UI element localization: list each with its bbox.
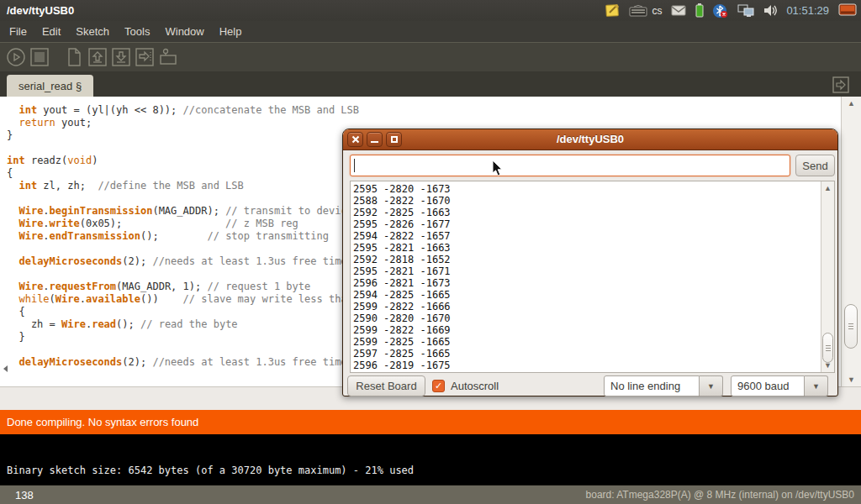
network-icon[interactable] <box>737 4 754 18</box>
serial-input[interactable] <box>350 155 790 176</box>
compile-status-message: Done compiling. No syntax errors found <box>7 416 198 428</box>
battery-icon[interactable] <box>695 3 704 18</box>
scroll-up-icon[interactable]: ▲ <box>842 99 861 108</box>
autoscroll-checkbox[interactable]: ✓ <box>432 380 445 392</box>
serial-output-line: 2596 -2819 -1675 <box>353 360 451 371</box>
mouse-cursor <box>492 160 505 178</box>
baud-rate-select[interactable]: 9600 baud <box>731 375 805 396</box>
send-button[interactable]: Send <box>795 155 835 176</box>
serial-output-line: 2599 -2822 -1666 <box>353 301 451 312</box>
bluetooth-icon[interactable] <box>713 3 728 18</box>
code-line: { <box>7 306 359 318</box>
board-info: board: ATmega328P(A) @ 8 MHz (internal) … <box>586 489 854 501</box>
open-icon[interactable] <box>87 47 108 67</box>
note-icon[interactable] <box>605 3 620 18</box>
serial-output-line: 2599 -2822 -1669 <box>353 324 451 336</box>
ide-toolbar <box>0 42 861 71</box>
stop-icon[interactable] <box>29 47 50 67</box>
serial-output-panel[interactable]: 2595 -2820 -16732588 -2822 -16702592 -28… <box>350 181 835 373</box>
code-line <box>7 268 359 281</box>
reset-board-button[interactable]: Reset Board <box>347 375 425 396</box>
code-line: zh = Wire.read(); // read the byte <box>7 318 359 331</box>
code-line: Wire.requestFrom(MAG_ADDR, 1); // reques… <box>7 281 359 293</box>
serial-output-line: 2599 -2825 -1665 <box>353 336 451 348</box>
scroll-down-icon[interactable]: ▼ <box>842 375 861 384</box>
save-icon[interactable] <box>111 47 131 67</box>
menu-item-file[interactable]: File <box>2 22 34 41</box>
serial-output-line: 2597 -2825 -1665 <box>353 348 451 360</box>
menu-bar: FileEditSketchToolsWindowHelp <box>0 21 861 42</box>
code-line <box>7 192 359 205</box>
code-line: int yout = (yl|(yh << 8)); //concatenate… <box>7 104 359 117</box>
serial-monitor-icon[interactable] <box>158 47 178 67</box>
code-line: { <box>7 167 359 180</box>
system-tray: cs 01:5 <box>605 0 861 21</box>
code-line <box>7 243 359 255</box>
serial-monitor-titlebar[interactable]: /dev/ttyUSB0 <box>343 129 837 150</box>
menu-item-sketch[interactable]: Sketch <box>68 22 117 41</box>
code-line: delayMicroseconds(2); //needs at least 1… <box>7 356 359 369</box>
code-line: delayMicroseconds(2); //needs at least 1… <box>7 255 359 268</box>
serial-vscrollbar[interactable]: ▲ ▼ <box>821 181 834 372</box>
compile-status-bar: Done compiling. No syntax errors found <box>0 410 861 434</box>
tab-serial-read[interactable]: serial_read § <box>7 75 93 97</box>
serial-output-line: 2592 -2818 -1652 <box>353 254 451 265</box>
keyboard-layout-label[interactable]: cs <box>652 5 662 17</box>
build-console: Binary sketch size: 6542 bytes (of a 307… <box>0 434 861 485</box>
code-line: Wire.beginTransmission(MAG_ADDR); // tra… <box>7 205 359 218</box>
serial-output[interactable]: 2595 -2820 -16732588 -2822 -16702592 -28… <box>353 183 451 371</box>
editor-scroll-thumb[interactable] <box>844 304 858 349</box>
volume-icon[interactable] <box>763 4 777 17</box>
editor-vscrollbar[interactable]: ▲ ▼ <box>841 97 861 386</box>
clock[interactable]: 01:51:29 <box>786 4 829 17</box>
menu-item-window[interactable]: Window <box>157 22 211 41</box>
tab-bar: serial_read § <box>0 71 861 97</box>
new-tab-icon[interactable] <box>832 76 849 97</box>
code-line <box>7 142 359 155</box>
tab-label: serial_read § <box>18 80 82 92</box>
baud-dropdown-icon[interactable]: ▼ <box>805 375 828 396</box>
check-icon: ✓ <box>435 381 442 391</box>
code-line: Wire.endTransmission(); // stop transmit… <box>7 230 359 243</box>
baud-rate-value: 9600 baud <box>737 380 789 392</box>
serial-output-line: 2590 -2820 -1670 <box>353 312 451 324</box>
autoscroll-label: Autoscroll <box>451 380 499 392</box>
session-icon[interactable] <box>838 3 857 18</box>
console-output: Binary sketch size: 6542 bytes (of a 307… <box>7 465 414 476</box>
serial-monitor-window: /dev/ttyUSB0 Send 2595 -2820 -16732588 -… <box>342 129 838 396</box>
active-window-title: /dev/ttyUSB0 <box>0 4 74 17</box>
code-line: while(Wire.available()) // slave may wri… <box>7 293 359 306</box>
verify-icon[interactable] <box>6 47 26 67</box>
line-number-indicator: 138 <box>0 489 34 501</box>
mail-icon[interactable] <box>671 5 686 16</box>
new-sketch-icon[interactable] <box>64 47 84 67</box>
line-ending-select[interactable]: No line ending <box>604 375 700 396</box>
serial-output-line: 2592 -2825 -1663 <box>353 207 451 218</box>
serial-output-line: 2595 -2821 -1663 <box>353 242 451 254</box>
scroll-up-icon[interactable]: ▲ <box>821 184 834 192</box>
code-line: int readz(void) <box>7 155 359 167</box>
code-line: } <box>7 129 359 142</box>
serial-output-line: 2595 -2826 -1677 <box>353 218 451 230</box>
screen: /dev/ttyUSB0 cs <box>0 0 861 504</box>
scroll-down-icon[interactable]: ▼ <box>821 361 834 370</box>
code-area[interactable]: int yout = (yl|(yh << 8)); //concatenate… <box>7 104 359 369</box>
code-line: int zl, zh; //define the MSB and LSB <box>7 180 359 192</box>
menu-item-help[interactable]: Help <box>212 22 250 41</box>
serial-monitor-title: /dev/ttyUSB0 <box>343 133 837 145</box>
serial-output-line: 2595 -2821 -1671 <box>353 265 451 277</box>
hscroll-left-arrow-icon[interactable] <box>3 365 8 372</box>
serial-output-line: 2588 -2822 -1670 <box>353 195 451 207</box>
line-ending-dropdown-icon[interactable]: ▼ <box>700 375 723 396</box>
serial-output-line: 2594 -2822 -1657 <box>353 230 451 242</box>
menu-item-tools[interactable]: Tools <box>117 22 157 41</box>
keyboard-layout-icon[interactable] <box>629 5 647 17</box>
serial-scroll-thumb[interactable] <box>822 333 833 363</box>
top-panel: /dev/ttyUSB0 cs <box>0 0 861 21</box>
ide-statusbar: 138 board: ATmega328P(A) @ 8 MHz (intern… <box>0 485 861 504</box>
upload-icon[interactable] <box>135 47 155 67</box>
menu-item-edit[interactable]: Edit <box>34 22 68 41</box>
text-caret <box>354 159 355 172</box>
serial-output-line: 2596 -2821 -1673 <box>353 277 451 289</box>
serial-output-line: 2595 -2820 -1673 <box>353 183 451 195</box>
